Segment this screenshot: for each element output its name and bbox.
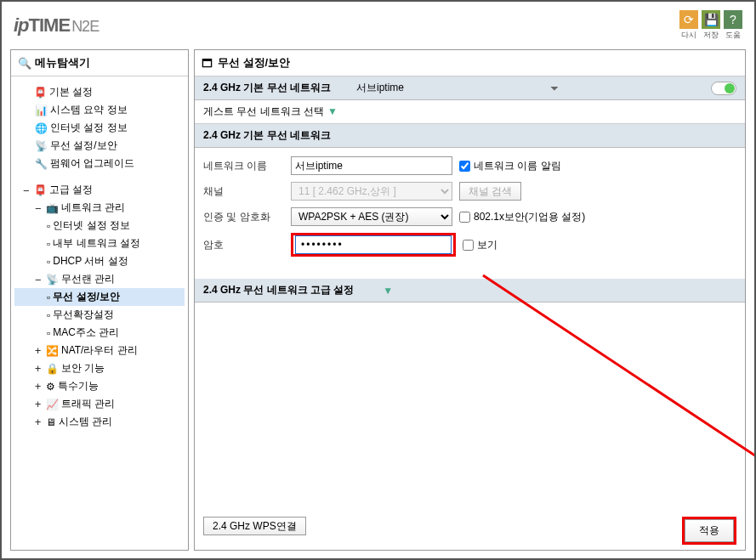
- network-selector-bar: 2.4 GHz 기본 무선 네트워크 서브iptime ⏷: [195, 76, 745, 100]
- apply-button[interactable]: 적용: [685, 519, 734, 542]
- apply-highlight: 적용: [682, 517, 736, 545]
- save-button[interactable]: 💾 저장: [702, 10, 720, 41]
- refresh-button[interactable]: ⟳ 다시: [679, 10, 698, 41]
- tree-advanced[interactable]: −📮 고급 설정: [14, 181, 185, 199]
- tree-item[interactable]: ▫ MAC주소 관리: [14, 324, 185, 342]
- tree-item[interactable]: +🔒 보안 기능: [14, 359, 185, 377]
- broadcast-checkbox[interactable]: 네트워크 이름 알림: [459, 159, 561, 173]
- password-highlight: [291, 233, 456, 257]
- chevron-down-icon: ▼: [327, 105, 338, 117]
- main-panel: 🗔 무선 설정/보안 2.4 GHz 기본 무선 네트워크 서브iptime ⏷…: [194, 49, 746, 551]
- password-label: 암호: [203, 238, 284, 252]
- help-button[interactable]: ? 도움: [724, 10, 742, 41]
- sidebar-title: 🔍 메뉴탐색기: [11, 50, 188, 76]
- show-password-checkbox[interactable]: 보기: [463, 238, 497, 252]
- channel-select[interactable]: 11 [ 2.462 GHz,상위 ]: [291, 182, 452, 201]
- enterprise-checkbox[interactable]: 802.1x보안(기업용 설정): [459, 210, 585, 224]
- search-icon: 🔍: [18, 57, 31, 70]
- tree-item[interactable]: +📈 트래픽 관리: [14, 395, 185, 413]
- password-input[interactable]: [295, 235, 452, 254]
- tree-item[interactable]: ▫ 내부 네트워크 설정: [14, 235, 185, 252]
- tree-network[interactable]: −📺 네트워크 관리: [14, 199, 185, 217]
- tree-item[interactable]: +🖥 시스템 관리: [14, 413, 185, 431]
- guest-network-selector[interactable]: 게스트 무선 네트워크 선택▼: [195, 100, 745, 124]
- filter-icon[interactable]: ⏷: [549, 82, 560, 94]
- logo: ipTIMEN2E: [14, 14, 99, 37]
- wifi-toggle[interactable]: [711, 82, 736, 95]
- window-icon: 🗔: [202, 57, 213, 70]
- section-header: 2.4 GHz 기본 무선 네트워크: [195, 124, 745, 148]
- tree-item-wireless-security[interactable]: ▫ 무선 설정/보안: [14, 288, 185, 306]
- tree-item[interactable]: 🔧 펌웨어 업그레이드: [14, 155, 185, 173]
- network-name-input[interactable]: [291, 156, 452, 175]
- chevron-down-icon: ▼: [383, 285, 393, 297]
- auth-select[interactable]: WPA2PSK + AES (권장): [291, 207, 452, 226]
- auth-label: 인증 및 암호화: [203, 210, 284, 224]
- sidebar: 🔍 메뉴탐색기 📮 기본 설정 📊 시스템 요약 정보 🌐 인터넷 설정 정보 …: [10, 49, 189, 551]
- tree-item[interactable]: 🌐 인터넷 설정 정보: [14, 119, 185, 137]
- tree-wireless[interactable]: −📡 무선랜 관리: [14, 270, 185, 288]
- tree-basic[interactable]: 📮 기본 설정: [14, 83, 185, 101]
- tree-item[interactable]: +⚙ 특수기능: [14, 377, 185, 395]
- tree-item[interactable]: +🔀 NAT/라우터 관리: [14, 342, 185, 359]
- tree-item[interactable]: ▫ 무선확장설정: [14, 306, 185, 324]
- channel-search-button[interactable]: 채널 검색: [459, 182, 521, 201]
- tree-item[interactable]: ▫ 인터넷 설정 정보: [14, 217, 185, 235]
- channel-label: 채널: [203, 184, 284, 199]
- tree-item[interactable]: 📊 시스템 요약 정보: [14, 101, 185, 119]
- wps-button[interactable]: 2.4 GHz WPS연결: [203, 517, 306, 535]
- tree-item[interactable]: 📡 무선 설정/보안: [14, 137, 185, 155]
- band-label: 2.4 GHz 기본 무선 네트워크: [203, 81, 331, 95]
- ssid-display: 서브iptime: [356, 81, 404, 95]
- network-name-label: 네트워크 이름: [203, 159, 284, 173]
- header-actions: ⟳ 다시 💾 저장 ? 도움: [679, 10, 742, 41]
- tree-item[interactable]: ▫ DHCP 서버 설정: [14, 252, 185, 270]
- panel-title: 🗔 무선 설정/보안: [195, 50, 745, 76]
- advanced-section-header[interactable]: 2.4 GHz 무선 네트워크 고급 설정▼: [195, 279, 745, 303]
